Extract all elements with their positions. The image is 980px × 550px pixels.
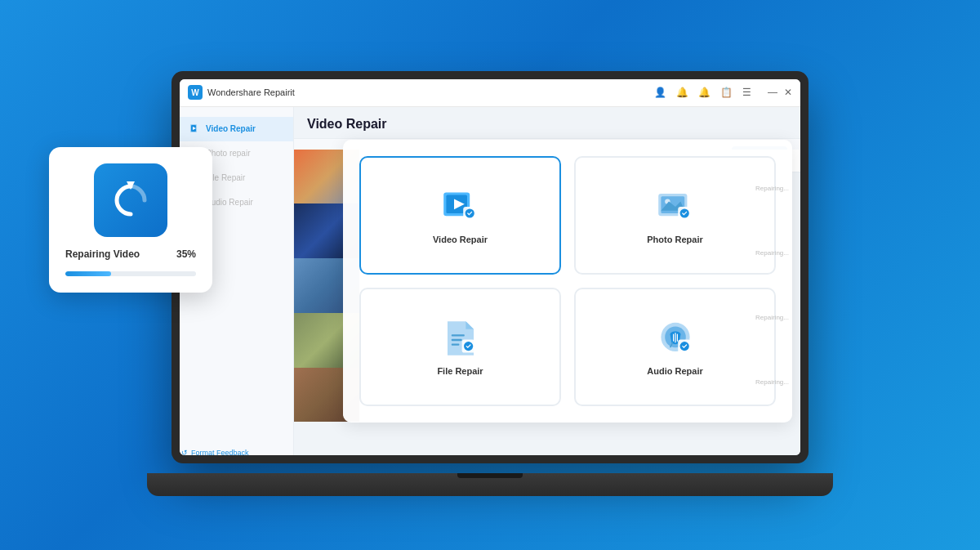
- feedback-text: Format Feedback: [191, 449, 249, 455]
- feedback-icon: ↺: [181, 449, 188, 455]
- sidebar-label-video: Video Repair: [206, 124, 256, 133]
- repairing-label-2: Repairing...: [755, 249, 789, 257]
- sidebar-label-audio: Audio Repair: [206, 198, 253, 207]
- clipboard-icon[interactable]: 📋: [720, 87, 733, 98]
- laptop-screen: W Wondershare Repairit 👤 🔔 🔔 📋 ☰ — ✕: [180, 79, 800, 455]
- minimize-button[interactable]: —: [768, 87, 777, 98]
- progress-bar-fill: [65, 271, 111, 276]
- video-repair-card-label: Video Repair: [433, 235, 488, 244]
- repair-card-photo[interactable]: Photo Repair: [574, 156, 776, 275]
- file-repair-card-icon: [439, 317, 482, 360]
- laptop-base: [147, 473, 833, 496]
- repairing-label-3: Repairing...: [755, 314, 789, 321]
- sidebar-label-photo: Photo repair: [206, 149, 250, 158]
- repairing-label-4: Repairing...: [755, 378, 789, 386]
- app-title: Wondershare Repairit: [207, 87, 654, 97]
- window-controls: — ✕: [768, 87, 792, 98]
- repair-card-video[interactable]: Video Repair: [359, 156, 561, 275]
- page-title: Video Repair: [307, 117, 387, 131]
- repair-status-text: Repairing Video: [65, 248, 140, 260]
- main-content: Video Repair Videotext.corrupted.mp4: [294, 107, 800, 455]
- file-repair-card-label: File Repair: [437, 366, 483, 376]
- photo-repair-card-label: Photo Repair: [647, 235, 702, 244]
- repair-status-row: Repairing Video 35%: [65, 248, 196, 260]
- user-icon[interactable]: 👤: [654, 87, 666, 98]
- repair-progress-card: Repairing Video 35%: [49, 147, 212, 293]
- laptop-mockup: W Wondershare Repairit 👤 🔔 🔔 📋 ☰ — ✕: [172, 71, 808, 496]
- repair-card-audio[interactable]: Audio Repair: [574, 288, 776, 406]
- laptop-screen-border: W Wondershare Repairit 👤 🔔 🔔 📋 ☰ — ✕: [172, 71, 808, 463]
- bell-icon[interactable]: 🔔: [698, 87, 710, 98]
- repair-progress-icon: [94, 163, 167, 237]
- menu-icon[interactable]: ☰: [742, 87, 751, 98]
- repair-card-file[interactable]: File Repair: [359, 288, 561, 406]
- app-logo: W: [188, 85, 203, 100]
- svg-rect-19: [451, 339, 461, 341]
- sidebar-item-video-repair[interactable]: Video Repair: [180, 117, 293, 141]
- close-button[interactable]: ✕: [784, 87, 792, 98]
- notification-icon[interactable]: 🔔: [676, 87, 688, 98]
- progress-bar-track: [65, 271, 196, 276]
- app-body: Video Repair Photo repair: [180, 107, 800, 455]
- audio-repair-card-label: Audio Repair: [647, 366, 702, 376]
- svg-rect-18: [451, 334, 464, 336]
- format-feedback-link[interactable]: ↺ Format Feedback: [181, 449, 249, 455]
- video-repair-icon: [189, 123, 201, 135]
- audio-repair-card-icon: [654, 317, 697, 360]
- repair-percent: 35%: [176, 248, 196, 260]
- svg-rect-20: [451, 343, 459, 345]
- repairing-label-1: Repairing...: [755, 185, 789, 192]
- app-window: W Wondershare Repairit 👤 🔔 🔔 📋 ☰ — ✕: [180, 79, 800, 455]
- repair-type-overlay: Video Repair: [343, 140, 792, 423]
- photo-repair-card-icon: [654, 186, 697, 228]
- title-bar-controls: 👤 🔔 🔔 📋 ☰ — ✕: [654, 87, 792, 98]
- repairing-labels: Repairing... Repairing... Repairing... R…: [755, 156, 789, 414]
- title-bar: W Wondershare Repairit 👤 🔔 🔔 📋 ☰ — ✕: [180, 79, 800, 107]
- page-header: Video Repair: [294, 107, 800, 138]
- video-repair-card-icon: [439, 186, 482, 228]
